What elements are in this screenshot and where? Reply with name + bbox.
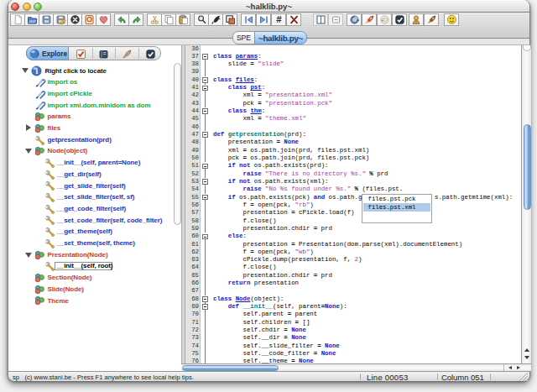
svg-text:#: # — [276, 14, 282, 24]
svg-text:i: i — [35, 67, 38, 76]
